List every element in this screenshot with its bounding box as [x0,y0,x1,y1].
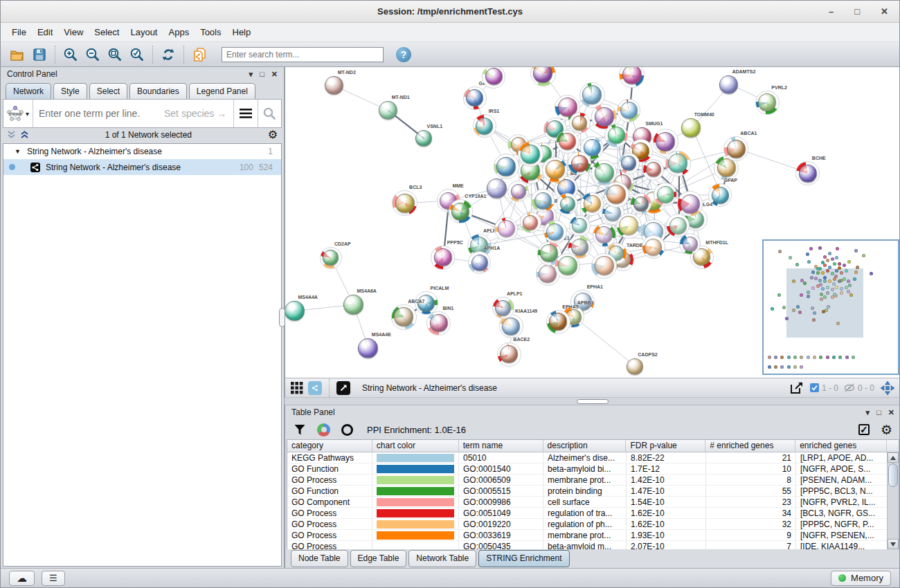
column-header--enriched-genes[interactable]: # enriched genes [705,440,795,452]
network-node-irs1[interactable]: IRS1 [473,114,496,138]
table-row[interactable]: GO FunctionGO:0001540beta-amyloid bi...1… [287,463,899,475]
network-node[interactable] [591,253,617,279]
memory-button[interactable]: Memory [831,571,891,586]
menu-item-tools[interactable]: Tools [195,25,226,39]
menu-item-view[interactable]: View [58,25,89,39]
network-node[interactable] [642,159,664,181]
expand-all-icon[interactable] [20,131,29,138]
network-canvas[interactable]: MT-ND2MT-ND1VSNL1GAB2IRS1ADAMTS2SMUG1TOM… [285,67,900,378]
tab-node-table[interactable]: Node Table [291,550,348,567]
zoom-fit-button[interactable] [104,44,126,65]
zoom-in-button[interactable] [60,44,82,65]
zoom-selected-button[interactable] [126,44,148,65]
refresh-button[interactable] [157,44,179,65]
tab-boundaries[interactable]: Boundaries [129,83,187,99]
string-query-input[interactable] [39,108,164,119]
close-button[interactable]: ✕ [881,6,888,17]
network-node[interactable] [604,124,628,147]
zoom-out-button[interactable] [82,44,104,65]
network-node-tomm40[interactable]: TOMM40 [681,118,701,138]
tab-network-table[interactable]: Network Table [408,550,476,567]
network-node-ms4a4a[interactable]: MS4A4A [285,300,305,322]
open-session-button[interactable] [6,44,28,65]
panel-close-icon[interactable]: ✕ [888,408,894,417]
string-protein-query-button[interactable]: STRING ▾ [3,104,33,122]
network-node[interactable] [531,189,555,212]
annotation-mode-icon[interactable] [336,381,350,395]
panel-float-icon[interactable]: □ [260,70,264,78]
menu-item-edit[interactable]: Edit [32,25,58,39]
network-node-epha5[interactable]: EPHA5 [546,310,570,334]
grid-mode-icon[interactable] [291,382,303,394]
task-history-button[interactable]: ☰ [42,571,65,586]
collapse-all-icon[interactable] [7,131,16,138]
network-node-cyp19a1[interactable]: CYP19A1 [449,199,473,223]
network-node[interactable] [642,235,665,259]
network-node-gab2[interactable]: GAB2 [463,86,487,110]
network-node[interactable] [569,215,591,237]
birdseye-view[interactable] [762,239,899,375]
network-node-adamts2[interactable]: ADAMTS2 [719,75,739,95]
maximize-button[interactable]: □ [854,6,860,17]
splitter-grip[interactable] [577,399,609,404]
network-node[interactable] [604,182,629,208]
network-node[interactable] [482,67,505,89]
network-node-cd2ap[interactable]: CD2AP [320,247,342,269]
panel-close-icon[interactable]: ✕ [271,70,278,79]
cloud-tasks-button[interactable]: ☁ [9,571,35,586]
filter-icon[interactable] [294,424,306,436]
network-node[interactable] [556,130,579,154]
panel-collapse-icon[interactable]: ▾ [866,408,870,417]
tab-legend-panel[interactable]: Legend Panel [189,83,255,99]
network-node[interactable] [543,220,567,244]
column-header-fdr-p-value[interactable]: FDR p-value [626,440,705,452]
export-network-icon[interactable] [789,381,804,395]
tab-style[interactable]: Style [53,83,87,99]
minimize-button[interactable]: – [829,6,834,17]
tab-select[interactable]: Select [89,83,127,99]
column-header-term-name[interactable]: term name [459,440,543,452]
ring-chart-icon[interactable] [341,424,353,436]
column-header-category[interactable]: category [287,440,372,452]
menu-item-help[interactable]: Help [227,25,257,39]
select-rows-icon[interactable]: ✓ [858,424,870,435]
network-node[interactable] [494,217,518,241]
menu-item-select[interactable]: Select [89,25,125,39]
table-row[interactable]: KEGG Pathways05010Alzheimer's dise...8.8… [287,452,899,463]
network-node-pvrl2[interactable]: PVRL2 [755,91,780,115]
table-row[interactable]: GO ComponentGO:0009986cell surface1.54E-… [287,497,899,508]
network-node[interactable] [580,192,604,216]
scroll-down-arrow[interactable] [888,539,899,549]
string-view-icon[interactable] [308,381,322,395]
table-row[interactable]: GO ProcessGO:0033619membrane prot...1.93… [287,530,899,541]
network-node[interactable] [665,151,691,176]
network-node[interactable] [518,141,543,167]
network-node[interactable] [494,154,519,179]
query-search-button[interactable] [258,100,281,127]
chart-settings-icon[interactable] [317,423,330,437]
table-row[interactable]: GO ProcessGO:0019220regulation of ph...1… [287,519,899,530]
network-node-bin1[interactable]: BIN1 [426,311,451,336]
network-node-ppp5c[interactable]: PPP5C [431,246,455,270]
help-button[interactable]: ? [396,47,411,62]
table-row[interactable]: GO FunctionGO:0005515protein binding1.47… [287,486,899,497]
menu-item-file[interactable]: File [6,25,32,39]
query-options-button[interactable] [233,100,257,127]
search-input[interactable] [222,47,384,62]
navigator-icon[interactable] [880,380,895,396]
panel-collapse-icon[interactable]: ▾ [249,70,253,79]
menu-item-apps[interactable]: Apps [163,25,195,39]
network-row-selected[interactable]: String Network - Alzheimer's disease 100… [3,159,281,175]
network-node[interactable] [557,193,578,214]
network-node[interactable] [617,99,640,122]
network-node-aplp1[interactable]: APLP1 [492,297,514,319]
panel-float-icon[interactable]: □ [876,408,881,416]
network-node-abca7[interactable]: ABCA7 [391,304,417,330]
copy-network-button[interactable] [188,44,210,65]
vertical-splitter-handle[interactable] [279,308,285,327]
column-header-enriched-genes[interactable]: enriched genes [795,440,887,452]
table-vertical-scrollbar[interactable] [887,452,899,549]
tab-edge-table[interactable]: Edge Table [350,550,407,567]
table-row[interactable]: GO ProcessGO:0050435beta-amyloid m...2.0… [287,541,899,549]
network-node-clu[interactable]: CLU [486,178,507,199]
